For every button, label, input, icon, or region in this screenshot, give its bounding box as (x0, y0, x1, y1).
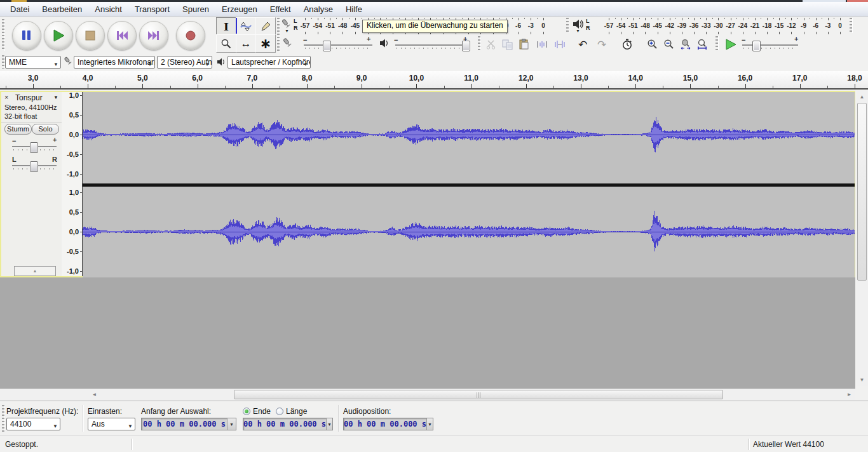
stop-button[interactable] (76, 21, 105, 50)
skip-to-end-button[interactable] (139, 21, 168, 50)
time-shift-tool-button[interactable]: ↔ (236, 34, 256, 53)
pan-slider-thumb[interactable] (30, 161, 38, 172)
pause-button[interactable] (12, 21, 41, 50)
timeline-tick (745, 84, 746, 88)
track-name-label[interactable]: Tonspur (15, 93, 43, 102)
menu-item-transport[interactable]: Transport (128, 3, 176, 16)
playback-meter-grip[interactable] (566, 18, 569, 33)
record-meter-dropdown-icon[interactable]: ▼ (285, 29, 289, 33)
selection-toolbar-grip[interactable] (2, 405, 5, 432)
horizontal-scrollbar[interactable]: ◄ ► (0, 389, 855, 400)
project-rate-select[interactable]: 44100 ▼ (6, 418, 60, 430)
undo-button[interactable]: ↶ (574, 36, 591, 53)
menu-item-spuren[interactable]: Spuren (176, 3, 215, 16)
scroll-down-icon[interactable]: ▼ (857, 375, 867, 385)
menu-item-datei[interactable]: Datei (4, 3, 36, 16)
recording-device-select[interactable]: Integriertes Mikrofonarray ▼ (74, 56, 155, 69)
output-volume-slider-thumb[interactable] (462, 41, 470, 51)
meter-scale-label: -54 (313, 22, 322, 29)
menu-item-effekt[interactable]: Effekt (264, 3, 297, 16)
close-track-icon[interactable]: × (4, 93, 8, 101)
selection-end-field[interactable]: 00 h 00 m 00.000 s ▼ (243, 418, 333, 430)
output-volume-slider-ticks (397, 48, 467, 49)
chevron-down-icon[interactable]: ▼ (227, 418, 236, 430)
selection-start-field[interactable]: 00 h 00 m 00.000 s ▼ (141, 418, 236, 430)
paste-button[interactable] (516, 36, 532, 53)
meter-tick (609, 32, 609, 34)
menu-item-analyse[interactable]: Analyse (297, 3, 339, 16)
mute-button[interactable]: Stumm (4, 124, 32, 135)
cut-button[interactable] (483, 36, 499, 53)
solo-button[interactable]: Solo (32, 124, 59, 135)
length-radio-label[interactable]: Länge (286, 407, 307, 416)
menu-item-bearbeiten[interactable]: Bearbeiten (36, 3, 88, 16)
sync-lock-button[interactable] (619, 36, 635, 53)
length-radio[interactable] (276, 408, 283, 415)
waveform-canvas[interactable] (83, 92, 855, 277)
scroll-left-icon[interactable]: ◄ (89, 389, 100, 400)
timeline-ruler[interactable]: 3,04,05,06,07,08,09,010,011,012,013,014,… (0, 71, 868, 90)
draw-tool-button[interactable] (255, 17, 276, 36)
envelope-tool-button[interactable] (236, 17, 256, 36)
play-meter-scale[interactable]: -57-54-51-48-45-42-39-36-33-30-27-24-21-… (609, 18, 840, 34)
timeline-tick-minor (663, 86, 663, 88)
gain-slider-thumb[interactable] (30, 142, 38, 153)
meter-tick (305, 18, 306, 20)
chevron-down-icon[interactable]: ▼ (326, 418, 332, 430)
fit-selection-button[interactable] (677, 36, 694, 53)
trim-button[interactable] (534, 36, 550, 53)
track-menu-dropdown-icon[interactable]: ▼ (53, 95, 58, 100)
play-speed-slider-thumb[interactable] (752, 41, 761, 51)
audio-host-select[interactable]: MME ▼ (5, 56, 61, 69)
vertical-ruler[interactable]: 1,00,50,0-0,5-1,01,00,50,0-0,5-1,0 (62, 92, 83, 276)
input-volume-slider-thumb[interactable] (323, 41, 331, 51)
meter-tick-minor (651, 18, 652, 19)
meter-tick-minor (524, 18, 525, 19)
play-button[interactable] (44, 21, 73, 50)
horizontal-scroll-thumb[interactable] (234, 390, 723, 399)
track-area-background[interactable] (0, 277, 855, 389)
redo-icon: ↷ (597, 39, 606, 50)
meter-tick-minor (615, 18, 616, 19)
meter-scale-label: -39 (677, 22, 686, 29)
play-speed-slider[interactable] (742, 44, 798, 46)
menu-item-erzeugen[interactable]: Erzeugen (215, 3, 264, 16)
record-button[interactable] (176, 21, 205, 50)
zoom-out-button[interactable] (661, 36, 677, 53)
playback-device-select[interactable]: Lautsprecher / Kopfhörer ▼ (227, 56, 311, 69)
collapse-track-button[interactable]: ▲ (14, 266, 56, 276)
scroll-right-icon[interactable]: ► (844, 389, 855, 400)
end-radio-label[interactable]: Ende (253, 407, 271, 416)
zoom-tool-button[interactable] (216, 34, 236, 53)
play-meter-left-label: L (586, 18, 590, 24)
menu-item-ansicht[interactable]: Ansicht (88, 3, 128, 16)
recording-channels-select[interactable]: 2 (Stereo) Aufn ▼ (157, 56, 212, 69)
input-volume-slider[interactable] (304, 44, 372, 46)
end-radio[interactable] (243, 408, 250, 415)
skip-to-start-button[interactable] (107, 21, 137, 50)
chevron-down-icon[interactable]: ▼ (426, 418, 433, 430)
redo-button[interactable]: ↷ (593, 36, 610, 53)
transport-toolbar-grip[interactable] (2, 19, 5, 51)
silence-button[interactable] (552, 36, 568, 53)
selection-tool-button[interactable]: I (216, 17, 236, 36)
copy-button[interactable] (499, 36, 516, 53)
menu-item-hilfe[interactable]: Hilfe (339, 3, 369, 16)
vertical-scroll-thumb[interactable] (857, 103, 867, 281)
audio-position-field[interactable]: 00 h 00 m 00.000 s ▼ (343, 418, 433, 430)
fit-project-button[interactable] (694, 36, 710, 53)
timeline-label: 16,0 (738, 74, 752, 83)
transcription-toolbar-grip[interactable] (715, 36, 719, 50)
timeline-label: 4,0 (83, 74, 93, 83)
zoom-in-button[interactable] (644, 36, 661, 53)
multi-tool-button[interactable]: ∗ (255, 34, 276, 53)
snap-to-select[interactable]: Aus ▼ (88, 418, 135, 430)
play-meter-dropdown-icon[interactable]: ▼ (576, 29, 580, 33)
playback-meter-end-grip[interactable] (850, 18, 853, 33)
vertical-scrollbar[interactable]: ▲ ▼ (857, 91, 868, 386)
edit-toolbar-grip[interactable] (478, 36, 481, 50)
output-volume-slider[interactable] (395, 44, 468, 46)
meter-scale-label: -3 (825, 22, 831, 29)
play-at-speed-button[interactable] (722, 36, 740, 53)
scroll-up-icon[interactable]: ▲ (857, 91, 867, 102)
